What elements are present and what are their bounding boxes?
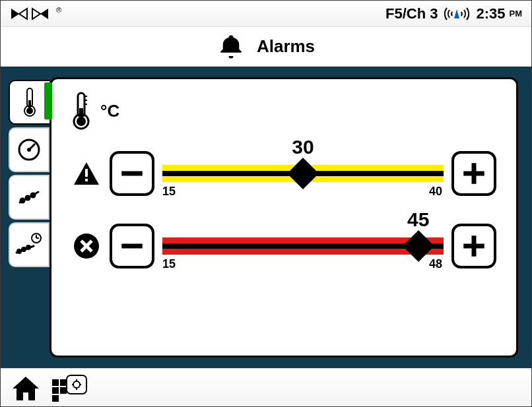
svg-point-10	[31, 193, 35, 197]
tab-pressure[interactable]	[9, 127, 50, 172]
thermometer-icon	[21, 87, 38, 117]
home-button[interactable]	[10, 374, 42, 403]
channel-indicator: F5/Ch 3	[385, 5, 438, 22]
gauge-icon	[16, 137, 42, 163]
svg-rect-3	[28, 100, 31, 110]
clock-time: 2:35	[476, 5, 505, 22]
svg-rect-39	[60, 387, 67, 394]
signal-icon	[444, 5, 469, 22]
svg-rect-29	[472, 163, 477, 184]
svg-rect-27	[121, 172, 143, 176]
bell-icon	[217, 33, 245, 61]
svg-rect-33	[121, 244, 143, 249]
critical-value: 45	[407, 208, 429, 231]
svg-rect-40	[52, 395, 59, 402]
drill-icon	[15, 185, 44, 209]
svg-point-17	[27, 246, 30, 249]
svg-rect-25	[85, 169, 88, 177]
tab-drill-speed[interactable]	[9, 175, 50, 220]
critical-min: 15	[162, 257, 176, 271]
critical-plus-button[interactable]	[451, 224, 496, 268]
svg-point-15	[18, 250, 21, 253]
svg-point-8	[20, 199, 24, 203]
warning-plus-button[interactable]	[451, 151, 496, 196]
critical-minus-button[interactable]	[110, 224, 154, 268]
warning-minus-button[interactable]	[110, 151, 154, 196]
title-bar: Alarms	[1, 27, 531, 67]
thermometer-icon	[71, 91, 91, 131]
warning-icon	[73, 161, 100, 186]
warning-value: 30	[292, 136, 314, 158]
page-title: Alarms	[257, 36, 315, 57]
critical-max: 48	[429, 257, 442, 271]
critical-slider-row: 45 15 48	[71, 223, 496, 269]
brand-trademark: ®	[56, 6, 61, 14]
unit-label: °C	[100, 101, 119, 121]
warning-max: 40	[429, 185, 442, 199]
svg-rect-26	[85, 179, 88, 181]
svg-rect-38	[52, 387, 59, 394]
alarm-panel: °C	[50, 77, 518, 358]
tab-temperature[interactable]	[9, 80, 50, 125]
svg-point-6	[27, 148, 31, 152]
clock-ampm: PM	[510, 9, 523, 18]
svg-point-9	[26, 196, 30, 200]
status-bar: ® F5/Ch 3 2:35 PM	[1, 1, 531, 27]
warning-slider-row: 30 15 40	[71, 150, 496, 197]
svg-rect-21	[79, 108, 83, 120]
svg-rect-37	[60, 379, 67, 386]
tab-drill-time[interactable]	[9, 222, 50, 267]
brand-logo: ®	[10, 7, 61, 20]
svg-point-16	[22, 248, 26, 251]
warning-min: 15	[162, 185, 176, 199]
drill-clock-icon	[14, 232, 44, 258]
unit-row: °C	[71, 91, 496, 131]
critical-icon	[73, 232, 100, 260]
side-tabs	[9, 80, 53, 267]
warning-slider[interactable]: 30 15 40	[162, 150, 444, 197]
svg-rect-41	[67, 375, 86, 394]
bottom-bar	[1, 368, 531, 407]
critical-slider[interactable]: 45 15 48	[162, 223, 444, 269]
main-area: °C	[1, 67, 531, 368]
svg-rect-36	[52, 379, 59, 386]
settings-button[interactable]	[51, 374, 88, 403]
svg-rect-35	[472, 235, 477, 257]
